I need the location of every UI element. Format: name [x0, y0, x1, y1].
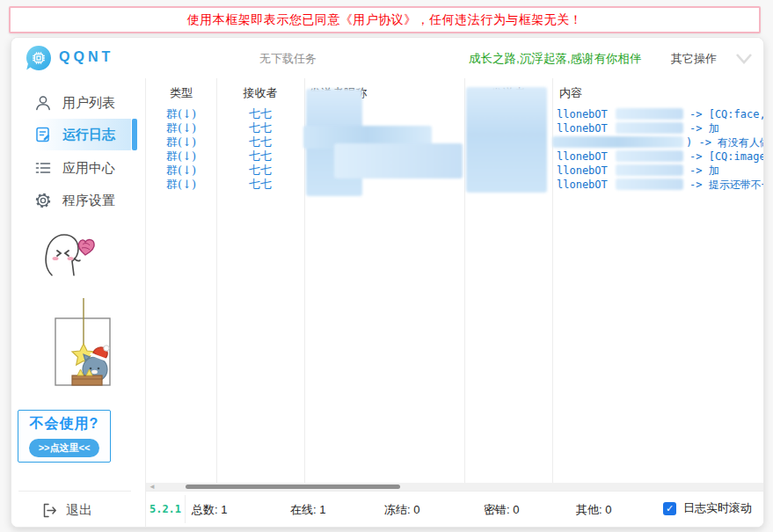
censored-content: [616, 179, 683, 190]
agreement-banner: 使用本框架即表示您已同意《用户协议》，任何违法行为与框架无关！: [9, 6, 761, 33]
app-title: QQNT: [59, 49, 113, 65]
log-receiver: 七七: [216, 178, 304, 192]
censored-content: [616, 164, 683, 176]
censored-content: [616, 108, 683, 120]
gear-icon: [34, 192, 52, 209]
download-status: 无下载任务: [259, 51, 317, 67]
col-header-content: 内容: [559, 85, 582, 101]
sidebar-item-app-center[interactable]: 应用中心: [34, 152, 131, 184]
log-type: 群(↓): [146, 149, 216, 164]
logout-icon: [41, 502, 58, 519]
log-type: 群(↓): [146, 107, 216, 121]
stat-other: 其他: 0: [576, 502, 611, 518]
sidebar-item-run-log[interactable]: 运行日志: [34, 119, 131, 150]
list-icon: [34, 159, 52, 177]
log-content: -> 加: [689, 121, 719, 135]
log-content: ) -> 有没有人做啊: [686, 135, 763, 149]
censored-content: [552, 136, 683, 148]
censored-sender-nickname: [334, 143, 463, 179]
exit-button[interactable]: 退出: [41, 502, 92, 519]
agreement-banner-text: 使用本框架即表示您已同意《用户协议》，任何违法行为与框架无关！: [187, 12, 583, 28]
sidebar-item-label: 运行日志: [62, 127, 115, 143]
status-bar: 5.2.1 总数: 1 在线: 1 冻结: 0 密错: 0 其他: 0 ✓ 日志…: [146, 491, 763, 527]
log-content-prefix: llonebOT: [557, 149, 608, 164]
scrollbar-left-arrow[interactable]: ◄: [149, 483, 156, 491]
autoscroll-label: 日志实时滚动: [683, 500, 752, 516]
col-header-receiver: 接收者: [216, 85, 304, 101]
sidebar-item-label: 应用中心: [62, 160, 115, 177]
log-receiver: 七七: [216, 164, 304, 178]
exit-label: 退出: [66, 502, 92, 519]
log-type: 群(↓): [146, 164, 216, 178]
log-type: 群(↓): [146, 135, 216, 149]
censored-content: [616, 122, 683, 134]
stat-online: 在线: 1: [290, 502, 325, 518]
user-icon: [34, 94, 52, 112]
autoscroll-toggle[interactable]: ✓ 日志实时滚动: [663, 500, 752, 516]
stat-frozen: 冻结: 0: [384, 502, 419, 518]
app-window: QQNT 无下载任务 成长之路,沉浮起落,感谢有你相伴 其它操作 用户列表 运行…: [11, 37, 764, 528]
log-content: -> 提示还带不一样的: [689, 178, 763, 192]
log-type: 群(↓): [146, 121, 216, 135]
help-box[interactable]: 不会使用? >>点这里<<: [18, 410, 111, 463]
stat-total: 总数: 1: [192, 502, 227, 518]
log-content: -> [CQ:image,file=3: [689, 149, 763, 164]
col-header-type: 类型: [146, 85, 216, 101]
sidebar-item-settings[interactable]: 程序设置: [34, 185, 131, 216]
censored-content: [616, 150, 683, 162]
log-receiver: 七七: [216, 121, 304, 135]
sidebar-bottom-divider: [18, 491, 131, 492]
header: QQNT 无下载任务 成长之路,沉浮起落,感谢有你相伴 其它操作: [11, 38, 763, 78]
log-content: -> 加: [689, 164, 719, 178]
more-actions-button[interactable]: 其它操作: [671, 51, 717, 67]
log-content-prefix: llonebOT: [557, 107, 608, 121]
log-panel: 类型 接收者 发送者昵称 发送者 内容 群(↓) 群(↓) 群(↓) 群(↓) …: [146, 78, 763, 527]
log-content-prefix: llonebOT: [557, 121, 608, 135]
help-title: 不会使用?: [30, 415, 99, 434]
horizontal-scrollbar[interactable]: ◄: [146, 483, 763, 491]
version-number: 5.2.1: [146, 492, 185, 527]
log-icon: [34, 126, 52, 143]
sidebar-item-label: 程序设置: [62, 193, 115, 209]
log-receiver: 七七: [216, 135, 304, 149]
stat-wrong-password: 密错: 0: [484, 502, 519, 518]
heart-blob-sticker: [40, 231, 98, 277]
log-type: 群(↓): [146, 178, 216, 192]
qqnt-logo-icon: [26, 45, 52, 71]
help-click-here-button[interactable]: >>点这里<<: [29, 439, 100, 457]
column-divider: [464, 78, 465, 483]
log-receiver: 七七: [216, 149, 304, 164]
motto-text: 成长之路,沉浮起落,感谢有你相伴: [469, 51, 642, 67]
active-indicator-bar: [132, 119, 137, 150]
log-content: -> [CQ:face,id=277]: [689, 107, 763, 121]
horizontal-scrollbar-thumb[interactable]: [186, 485, 400, 489]
sidebar-item-label: 用户列表: [62, 95, 115, 112]
check-icon[interactable]: ✓: [663, 502, 676, 515]
log-content-prefix: llonebOT: [557, 164, 608, 178]
chevron-down-icon[interactable]: [733, 47, 755, 69]
status-divider: [185, 495, 186, 523]
log-receiver: 七七: [216, 107, 304, 121]
log-content-prefix: llonebOT: [557, 178, 608, 192]
censored-sender: [466, 87, 547, 193]
sidebar-item-user-list[interactable]: 用户列表: [34, 87, 131, 119]
sidebar: 用户列表 运行日志 应用中心 程序: [11, 78, 145, 527]
star-cat-sticker: [55, 298, 113, 388]
